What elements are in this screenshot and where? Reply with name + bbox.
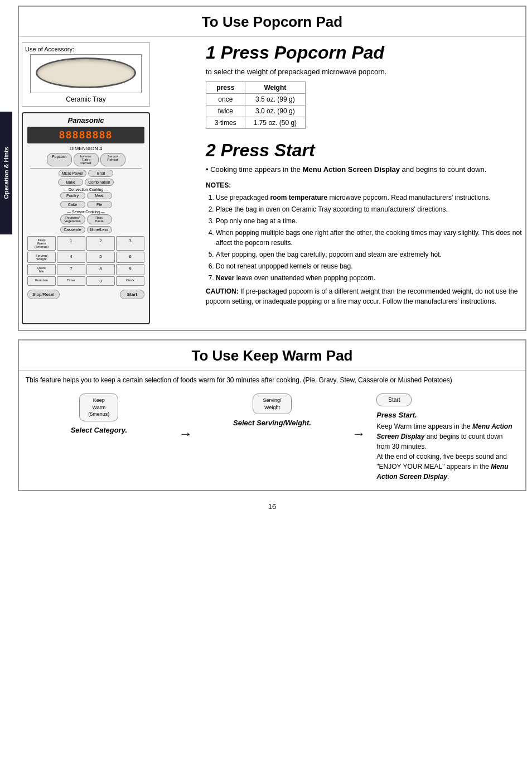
ceramic-tray-image: [30, 54, 142, 93]
divider1: [30, 168, 142, 169]
sidebar-label: Operation & Hints: [3, 147, 9, 199]
kw-arrow1: →: [173, 426, 198, 442]
potatoes-btn[interactable]: Potatoes/Vegetables: [60, 214, 85, 224]
keepwarm-section: To Use Keep Warm Pad This feature helps …: [18, 339, 526, 491]
num-8[interactable]: 8: [86, 264, 115, 275]
notes-section: NOTES: Use prepackaged room temperature …: [206, 180, 523, 306]
broil-btn[interactable]: Broil: [88, 170, 113, 177]
mw-display: 88888888: [27, 127, 144, 143]
kw-step3: Start Press Start. Keep Warm time appear…: [376, 394, 514, 482]
note-2: Place the bag in oven on Ceramic Tray ac…: [216, 204, 523, 214]
rice-pasta-btn[interactable]: Rice/Pasta: [87, 214, 112, 224]
conv-label: — Convection Cooking —: [27, 188, 144, 191]
clock-btn[interactable]: Clock: [116, 276, 144, 286]
weight-3times: 1.75 oz. (50 g): [245, 117, 305, 129]
numpad: KeepWarm(5menus) 1 2 3 Serving/Weight 4 …: [23, 235, 149, 288]
keepwarm-title: To Use Keep Warm Pad: [19, 340, 525, 371]
press-twice: twice: [206, 105, 245, 117]
quick-min-btn[interactable]: QuickMin: [27, 264, 56, 275]
popcorn-title: To Use Popcorn Pad: [19, 7, 525, 37]
note-4: When popping multiple bags one right aft…: [216, 228, 523, 248]
step2-description: • Cooking time appears in the Menu Actio…: [206, 165, 523, 174]
kw-start-btn[interactable]: Start: [376, 394, 412, 406]
num-row-4: Function Timer 0 Clock: [27, 276, 144, 286]
step1-description: to select the weight of prepackaged micr…: [206, 68, 523, 76]
num-row-2: Serving/Weight 4 5 6: [27, 252, 144, 263]
sensor-label: — Sensor Cooking —: [27, 210, 144, 214]
start-btn[interactable]: Start: [120, 290, 144, 299]
btn-row-6: Potatoes/Vegetables Rice/Pasta: [27, 214, 144, 224]
press-3times: 3 times: [206, 117, 245, 129]
mw-buttons: Popcorn InverterTurboDefrost SensorRehea…: [23, 153, 149, 233]
notes-list: Use prepackaged room temperature microwa…: [216, 193, 523, 283]
kw-step1: KeepWarm(5menus) Select Category.: [30, 394, 168, 434]
main-content: To Use Popcorn Pad Use of Accessory: Cer…: [12, 6, 532, 516]
sidebar-tab: Operation & Hints: [0, 112, 12, 234]
weight-table: press Weight once 3.5 oz. (99 g) twice 3…: [206, 81, 306, 129]
btn-row-7: Casserole More/Less: [27, 226, 144, 233]
btn-row-4: Poultry Meat: [27, 192, 144, 199]
num-7[interactable]: 7: [57, 264, 85, 275]
keepwarm-steps: KeepWarm(5menus) Select Category. → Serv…: [19, 388, 525, 490]
num-2[interactable]: 2: [86, 236, 115, 251]
step2-heading: 2 Press Start: [206, 140, 523, 161]
inverter-turbo-btn[interactable]: InverterTurboDefrost: [74, 153, 99, 166]
pie-btn[interactable]: Pie: [87, 201, 112, 208]
num-row-kw: KeepWarm(5menus) 1 2 3: [27, 236, 144, 251]
note-1: Use prepackaged room temperature microwa…: [216, 193, 523, 203]
num-6[interactable]: 6: [116, 252, 144, 263]
table-row: once 3.5 oz. (99 g): [206, 94, 306, 105]
col-press: press: [206, 82, 245, 94]
weight-twice: 3.0 oz. (90 g): [245, 105, 305, 117]
tray-ellipse: [36, 57, 136, 88]
note-3: Pop only one bag at a time.: [216, 216, 523, 226]
popcorn-section: To Use Popcorn Pad Use of Accessory: Cer…: [18, 6, 526, 331]
weight-once: 3.5 oz. (99 g): [245, 94, 305, 105]
serving-weight-btn[interactable]: Serving/Weight: [27, 252, 56, 263]
bottom-row: Stop/Reset Start: [23, 288, 149, 299]
num-3[interactable]: 3: [116, 236, 144, 251]
num-1[interactable]: 1: [57, 236, 85, 251]
num-0[interactable]: 0: [86, 276, 115, 286]
btn-row-2: Micro Power Broil: [27, 170, 144, 177]
brand-label: Panasonic: [23, 113, 149, 126]
num-4[interactable]: 4: [57, 252, 85, 263]
note-5: After popping, open the bag carefully; p…: [216, 249, 523, 260]
table-row: twice 3.0 oz. (90 g): [206, 105, 306, 117]
note-6: Do not reheat unpopped kernels or reuse …: [216, 261, 523, 271]
more-less-btn[interactable]: More/Less: [87, 226, 112, 233]
cake-btn[interactable]: Cake: [60, 201, 85, 208]
col-weight: Weight: [245, 82, 305, 94]
popcorn-body: Use of Accessory: Ceramic Tray Panasonic…: [19, 37, 525, 330]
ceramic-tray-label: Ceramic Tray: [25, 95, 147, 103]
combination-btn[interactable]: Combination: [85, 179, 113, 186]
note-7: Never leave oven unattended when popping…: [216, 273, 523, 283]
kw-step3-desc: Keep Warm time appears in the Menu Actio…: [376, 421, 514, 482]
function-btn[interactable]: Function: [27, 276, 56, 286]
poultry-btn[interactable]: Poultry: [60, 192, 85, 199]
num-5[interactable]: 5: [86, 252, 115, 263]
press-once: once: [206, 94, 245, 105]
accessory-label: Use of Accessory:: [25, 46, 147, 52]
kw-keep-warm-btn[interactable]: KeepWarm(5menus): [79, 394, 118, 421]
micro-power-btn[interactable]: Micro Power: [59, 170, 87, 177]
sensor-reheat-btn[interactable]: SensorReheat: [100, 153, 125, 166]
kw-step3-label: Press Start.: [376, 411, 417, 419]
microwave-diagram: Panasonic 88888888 DIMENSION 4 Popcorn I…: [22, 112, 150, 324]
stop-reset-btn[interactable]: Stop/Reset: [27, 290, 60, 299]
bake-btn[interactable]: Bake: [58, 179, 83, 186]
caution-text: CAUTION: If pre-packaged popcorn is of a…: [206, 286, 523, 306]
kw-serving-weight-btn[interactable]: Serving/Weight: [253, 394, 292, 414]
kw-arrow2: →: [346, 426, 371, 442]
meat-btn[interactable]: Meat: [87, 192, 112, 199]
btn-row-3: Bake Combination: [27, 179, 144, 186]
right-column: 1 Press Popcorn Pad to select the weight…: [195, 42, 523, 324]
keep-warm-btn[interactable]: KeepWarm(5menus): [27, 236, 56, 251]
num-row-3: QuickMin 7 8 9: [27, 264, 144, 275]
kw-step2: Serving/Weight Select Serving/Weight.: [204, 394, 341, 427]
timer-btn[interactable]: Timer: [57, 276, 85, 286]
dimension-label: DIMENSION 4: [23, 146, 149, 151]
casserole-btn[interactable]: Casserole: [60, 226, 85, 233]
num-9[interactable]: 9: [116, 264, 144, 275]
popcorn-btn[interactable]: Popcorn: [47, 153, 72, 166]
